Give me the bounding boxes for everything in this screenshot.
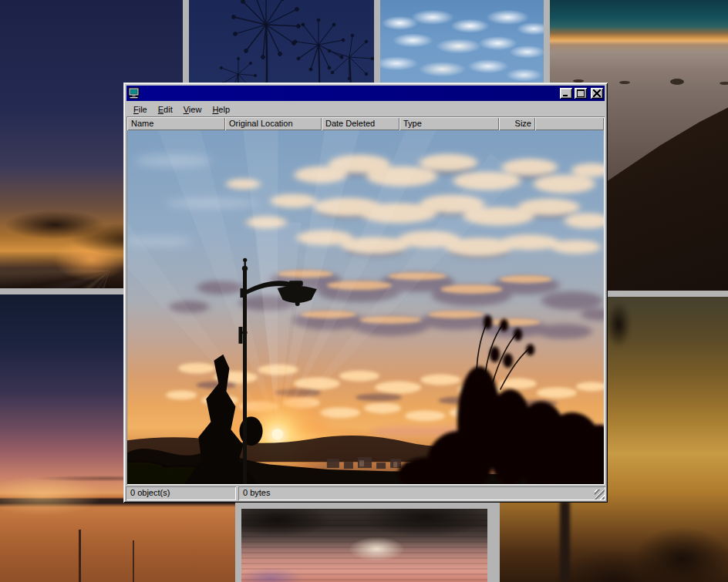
menu-bar: File Edit View Help	[126, 102, 605, 116]
column-header-row: Name Original Location Date Deleted Type…	[127, 117, 604, 130]
status-objects: 0 object(s)	[126, 486, 236, 500]
title-bar[interactable]	[126, 86, 605, 101]
maximize-icon	[577, 89, 585, 97]
list-view-client: Name Original Location Date Deleted Type…	[126, 116, 605, 485]
menu-view[interactable]: View	[178, 103, 207, 116]
maximize-button[interactable]	[575, 88, 587, 99]
status-bytes: 0 bytes	[238, 486, 605, 500]
minimize-icon	[563, 95, 568, 96]
column-header-name[interactable]: Name	[127, 117, 225, 130]
file-list-viewport[interactable]	[127, 130, 604, 484]
column-header-blank[interactable]	[535, 117, 604, 130]
menu-help[interactable]: Help	[207, 103, 235, 116]
column-header-type[interactable]: Type	[399, 117, 499, 130]
wallpaper-water-reflections	[241, 509, 487, 582]
resize-grip[interactable]	[595, 489, 605, 500]
status-bar: 0 object(s) 0 bytes	[126, 486, 605, 500]
column-header-date-deleted[interactable]: Date Deleted	[322, 117, 399, 130]
column-header-size[interactable]: Size	[499, 117, 535, 130]
sea-pole	[79, 530, 81, 582]
sun	[272, 429, 283, 439]
menu-file[interactable]: File	[128, 103, 153, 116]
sunset-lamp-photo	[127, 130, 604, 484]
computer-icon[interactable]	[128, 87, 140, 99]
minimize-button[interactable]	[560, 88, 572, 99]
column-header-original-location[interactable]: Original Location	[225, 117, 322, 130]
blurred-pole-silhouette	[560, 501, 570, 582]
recycle-bin-window[interactable]: File Edit View Help Name Original Locati…	[123, 82, 608, 503]
sea-pole	[133, 540, 134, 582]
menu-edit[interactable]: Edit	[153, 103, 178, 116]
desktop: File Edit View Help Name Original Locati…	[0, 0, 728, 582]
close-button[interactable]	[591, 88, 603, 99]
close-icon	[593, 89, 601, 97]
